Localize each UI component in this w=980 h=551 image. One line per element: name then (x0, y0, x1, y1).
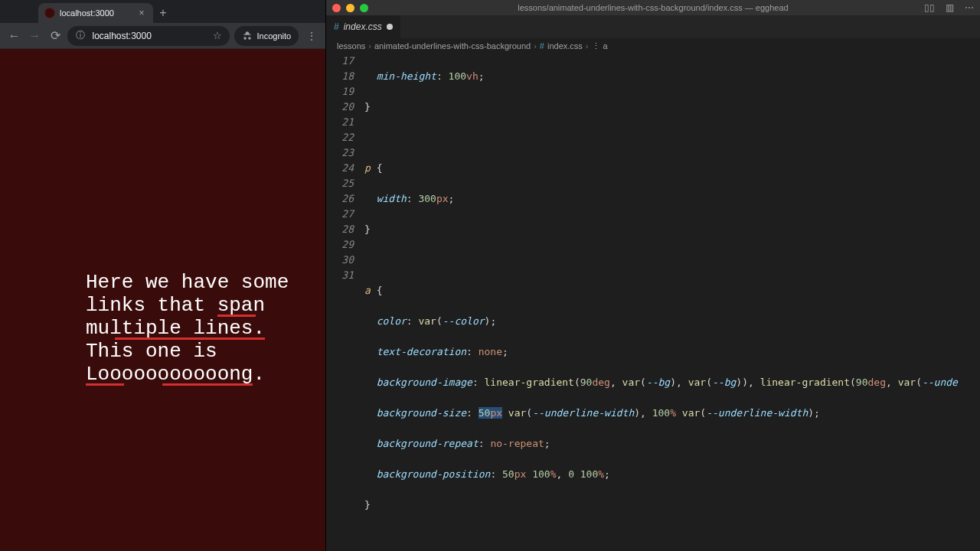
split-editor-icon[interactable]: ▥ (946, 2, 954, 13)
browser-window: localhost:3000 × + ← → ⟳ ⓘ ☆ Incognito ⋮… (0, 0, 326, 551)
line-number: 25 (326, 176, 354, 191)
reload-button[interactable]: ⟳ (47, 27, 64, 45)
link-long[interactable]: Looooooooooong (86, 363, 253, 386)
editor-titlebar: lessons/animated-underlines-with-css-bac… (326, 0, 980, 15)
editor-tab-label: index.css (344, 21, 382, 32)
text: . (253, 363, 265, 386)
code-lines[interactable]: min-height: 100vh; } p { width: 300px; }… (364, 54, 980, 551)
incognito-badge[interactable]: Incognito (234, 26, 299, 46)
breadcrumb[interactable]: lessons › animated-underlines-with-css-b… (326, 38, 980, 54)
close-tab-icon[interactable]: × (136, 8, 147, 18)
traffic-lights (332, 4, 368, 12)
window-minimize-button[interactable] (346, 4, 354, 12)
line-gutter: 17 18 19 20 21 22 23 24 25 26 27 28 29 3… (326, 54, 364, 551)
forward-button[interactable]: → (27, 27, 43, 45)
line-number: 21 (326, 115, 354, 130)
code-editor[interactable]: 17 18 19 20 21 22 23 24 25 26 27 28 29 3… (326, 54, 980, 551)
breadcrumb-file[interactable]: index.css (547, 41, 583, 51)
chevron-right-icon: › (586, 41, 589, 51)
more-actions-icon[interactable]: ⋯ (965, 2, 974, 13)
text: This one is (86, 340, 217, 363)
css-file-icon: # (540, 41, 544, 51)
back-button[interactable]: ← (6, 27, 22, 45)
breadcrumb-seg[interactable]: lessons (337, 41, 365, 51)
window-close-button[interactable] (332, 4, 341, 12)
breadcrumb-selector[interactable]: a (603, 41, 608, 51)
browser-tabbar: localhost:3000 × + (0, 0, 325, 23)
breadcrumb-seg[interactable]: animated-underlines-with-css-background (374, 41, 531, 51)
chevron-right-icon: › (534, 41, 537, 51)
editor-tab-indexcss[interactable]: # index.css (326, 15, 401, 38)
line-number: 26 (326, 191, 354, 207)
browser-tab[interactable]: localhost:3000 × (38, 3, 153, 23)
browser-toolbar: ← → ⟳ ⓘ ☆ Incognito ⋮ (0, 23, 325, 49)
browser-viewport: Here we have some links that span multip… (0, 49, 325, 551)
toggle-layout-icon[interactable]: ▯▯ (924, 2, 935, 13)
window-title: lessons/animated-underlines-with-css-bac… (326, 3, 980, 12)
favicon (44, 8, 55, 18)
chevron-right-icon: › (368, 41, 371, 51)
line-number: 18 (326, 69, 354, 84)
incognito-label: Incognito (256, 31, 291, 41)
url-input[interactable] (92, 31, 207, 41)
site-info-icon[interactable]: ⓘ (75, 31, 86, 41)
line-number: 28 (326, 222, 354, 237)
line-number: 24 (326, 161, 354, 176)
line-number: 29 (326, 237, 354, 253)
line-number: 22 (326, 130, 354, 145)
tab-title: localhost:3000 (60, 8, 132, 18)
line-number: 23 (326, 145, 354, 161)
editor-window: lessons/animated-underlines-with-css-bac… (326, 0, 980, 551)
browser-menu-button[interactable]: ⋮ (303, 27, 319, 45)
window-actions: ▯▯ ▥ ⋯ (924, 2, 974, 13)
line-number: 19 (326, 84, 354, 99)
modified-indicator-icon (387, 24, 393, 30)
bookmark-icon[interactable]: ☆ (213, 30, 222, 41)
line-number: 30 (326, 253, 354, 268)
line-number: 20 (326, 99, 354, 115)
line-number: 27 (326, 207, 354, 222)
line-number: 31 (326, 268, 354, 283)
incognito-icon (242, 31, 253, 41)
new-tab-button[interactable]: + (153, 3, 173, 23)
editor-tabbar: # index.css (326, 15, 980, 38)
selector-icon: ⋮ (592, 41, 600, 51)
page-paragraph: Here we have some links that span multip… (86, 271, 315, 386)
address-bar[interactable]: ⓘ ☆ (67, 26, 230, 46)
css-file-icon: # (334, 21, 339, 32)
window-maximize-button[interactable] (360, 4, 368, 12)
line-number: 17 (326, 54, 354, 69)
